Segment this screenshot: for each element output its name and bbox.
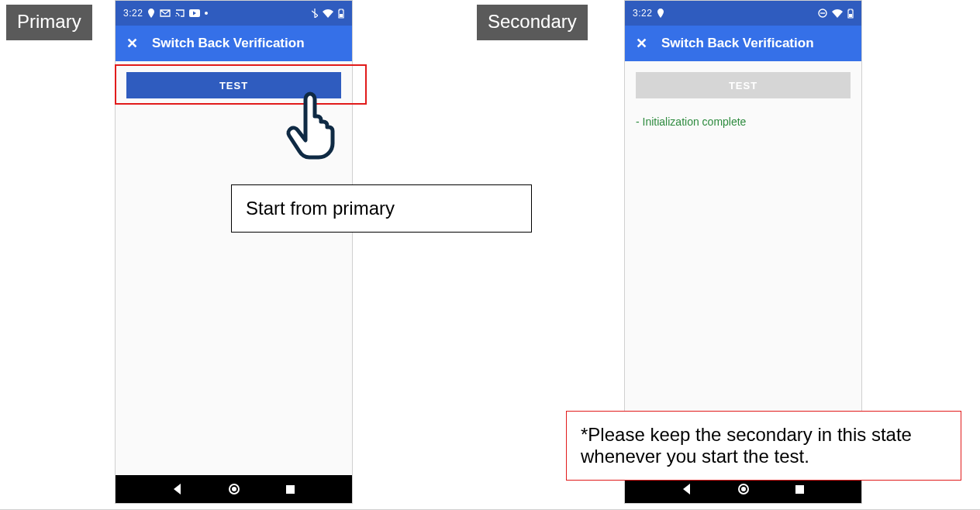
mail-icon [160, 9, 171, 17]
test-button: TEST [636, 72, 851, 98]
svg-point-9 [741, 487, 746, 491]
close-icon[interactable]: ✕ [126, 35, 138, 52]
primary-tag: Primary [6, 5, 92, 40]
back-icon[interactable] [682, 484, 692, 494]
primary-column: Primary 3:22 [6, 0, 353, 504]
status-time: 3:22 [633, 8, 652, 19]
primary-content: TEST [116, 61, 352, 475]
bluetooth-icon [312, 9, 318, 18]
appbar-title: Switch Back Verification [661, 36, 814, 51]
init-complete-text: - Initialization complete [636, 115, 851, 128]
recent-icon[interactable] [285, 484, 295, 494]
battery-icon [847, 9, 854, 19]
svg-rect-7 [849, 14, 852, 17]
secondary-appbar: ✕ Switch Back Verification [625, 26, 861, 61]
location-icon [657, 9, 664, 18]
battery-icon [338, 9, 344, 19]
primary-caption: Start from primary [231, 184, 532, 233]
youtube-icon [189, 9, 200, 17]
secondary-column: Secondary 3:22 ✕ Switch Back Verificatio… [477, 0, 862, 504]
back-icon[interactable] [172, 484, 183, 494]
secondary-tag: Secondary [477, 5, 588, 40]
svg-rect-4 [286, 485, 295, 494]
primary-navbar [116, 475, 352, 503]
home-icon[interactable] [228, 483, 240, 495]
primary-statusbar: 3:22 [116, 1, 352, 26]
primary-phone: 3:22 ✕ Switch Back Verification [115, 0, 353, 504]
wifi-icon [323, 9, 333, 18]
dnd-icon [818, 9, 827, 18]
appbar-title: Switch Back Verification [152, 36, 305, 51]
secondary-statusbar: 3:22 [625, 1, 861, 26]
svg-rect-1 [340, 14, 343, 17]
location-icon [147, 9, 155, 18]
status-dot [205, 12, 208, 15]
home-icon[interactable] [737, 483, 750, 495]
close-icon[interactable]: ✕ [636, 35, 647, 52]
wifi-icon [832, 9, 843, 18]
svg-rect-10 [795, 485, 804, 494]
primary-appbar: ✕ Switch Back Verification [116, 26, 352, 61]
status-time: 3:22 [123, 8, 143, 19]
secondary-caption: *Please keep the secondary in this state… [566, 411, 961, 481]
recent-icon[interactable] [795, 484, 805, 494]
test-button[interactable]: TEST [126, 72, 341, 98]
svg-point-3 [232, 487, 236, 491]
cast-icon [175, 9, 185, 17]
